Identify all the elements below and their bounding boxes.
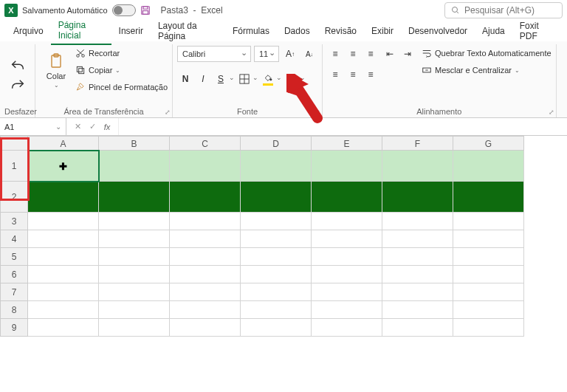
cell[interactable]: ✚ [28, 151, 99, 182]
cell[interactable] [28, 266, 99, 283]
cell[interactable] [382, 182, 453, 213]
search-input[interactable]: Pesquisar (Alt+G) [444, 2, 563, 18]
cell[interactable] [170, 182, 241, 213]
cell[interactable] [99, 283, 170, 301]
cell[interactable] [170, 248, 241, 266]
increase-indent-button[interactable]: ⇥ [399, 46, 416, 62]
dialog-launcher-font[interactable]: ⤢ [315, 109, 320, 116]
cell[interactable] [28, 182, 99, 213]
row-header[interactable]: 4 [0, 230, 28, 248]
cell[interactable] [241, 319, 312, 337]
col-header[interactable]: F [382, 136, 453, 151]
align-bottom-button[interactable]: ≡ [362, 46, 379, 62]
col-header[interactable]: A [28, 136, 99, 151]
cell[interactable] [28, 301, 99, 319]
cell[interactable] [28, 283, 99, 301]
autosave-toggle[interactable] [112, 4, 136, 16]
cell[interactable] [170, 283, 241, 301]
borders-button[interactable] [236, 71, 258, 87]
cell[interactable] [99, 319, 170, 337]
cell[interactable] [312, 151, 382, 182]
row-header[interactable]: 2 [0, 182, 28, 213]
cell[interactable] [382, 151, 453, 182]
cell[interactable] [28, 319, 99, 337]
col-header[interactable]: G [453, 136, 524, 151]
menu-página-inicial[interactable]: Página Inicial [51, 17, 111, 45]
cell[interactable] [453, 182, 524, 213]
cell[interactable] [241, 182, 312, 213]
copy-button[interactable]: Copiar ⌄ [75, 63, 168, 78]
cell[interactable] [241, 301, 312, 319]
cell[interactable] [382, 301, 453, 319]
row-header[interactable]: 7 [0, 283, 28, 301]
redo-icon[interactable] [10, 78, 26, 94]
insert-function-button[interactable]: fx [100, 120, 114, 134]
select-all-corner[interactable] [0, 136, 28, 151]
merge-center-button[interactable]: Mesclar e Centralizar ⌄ [422, 63, 551, 78]
dialog-launcher-alignment[interactable]: ⤢ [549, 109, 554, 116]
name-box[interactable]: A1 [0, 118, 66, 135]
paste-button[interactable]: Colar ⌄ [40, 46, 72, 94]
wrap-text-button[interactable]: Quebrar Texto Automaticamente [422, 46, 551, 61]
cell[interactable] [99, 266, 170, 283]
menu-desenvolvedor[interactable]: Desenvolvedor [401, 23, 475, 39]
cell[interactable] [382, 248, 453, 266]
cell[interactable] [453, 213, 524, 230]
row-header[interactable]: 1 [0, 151, 28, 182]
cell[interactable] [28, 248, 99, 266]
fill-color-button[interactable] [260, 71, 282, 87]
cell[interactable] [170, 319, 241, 337]
cell[interactable] [170, 151, 241, 182]
cell[interactable] [453, 319, 524, 337]
enter-formula-button[interactable]: ✓ [86, 120, 99, 134]
cell[interactable] [170, 301, 241, 319]
cell[interactable] [99, 182, 170, 213]
cell[interactable] [453, 266, 524, 283]
menu-ajuda[interactable]: Ajuda [475, 23, 512, 39]
cell[interactable] [28, 230, 99, 248]
cell[interactable] [382, 213, 453, 230]
cell[interactable] [453, 230, 524, 248]
cell[interactable] [453, 248, 524, 266]
cell[interactable] [99, 151, 170, 182]
cell[interactable] [99, 248, 170, 266]
cell[interactable] [241, 151, 312, 182]
decrease-indent-button[interactable]: ⇤ [382, 46, 398, 62]
cell[interactable] [453, 151, 524, 182]
row-header[interactable]: 6 [0, 266, 28, 283]
cell[interactable] [312, 266, 382, 283]
align-right-button[interactable]: ≡ [362, 66, 379, 83]
menu-foxit-pdf[interactable]: Foxit PDF [512, 18, 561, 44]
menu-inserir[interactable]: Inserir [111, 23, 151, 39]
undo-icon[interactable] [10, 58, 26, 75]
format-painter-button[interactable]: Pincel de Formatação [75, 80, 168, 94]
menu-layout-da-página[interactable]: Layout da Página [151, 18, 225, 44]
cell[interactable] [312, 283, 382, 301]
cell[interactable] [382, 283, 453, 301]
menu-arquivo[interactable]: Arquivo [6, 23, 51, 39]
menu-revisão[interactable]: Revisão [317, 23, 364, 39]
col-header[interactable]: D [241, 136, 312, 151]
increase-font-button[interactable]: A↑ [282, 46, 298, 62]
cell[interactable] [453, 301, 524, 319]
row-header[interactable]: 9 [0, 319, 28, 337]
row-header[interactable]: 3 [0, 213, 28, 230]
menu-dados[interactable]: Dados [277, 23, 317, 39]
col-header[interactable]: C [170, 136, 241, 151]
cell[interactable] [241, 248, 312, 266]
cut-button[interactable]: Recortar [75, 46, 168, 61]
cell[interactable] [382, 319, 453, 337]
cell[interactable] [99, 301, 170, 319]
row-header[interactable]: 8 [0, 301, 28, 319]
font-color-button[interactable]: A [284, 71, 306, 87]
cell[interactable] [241, 283, 312, 301]
row-header[interactable]: 5 [0, 248, 28, 266]
align-top-button[interactable]: ≡ [327, 46, 343, 62]
cell[interactable] [453, 283, 524, 301]
cell[interactable] [170, 266, 241, 283]
font-size-combo[interactable]: 11 [254, 46, 279, 62]
spreadsheet-grid[interactable]: A B C D E F G 1 ✚ 2 3456789 [0, 136, 567, 337]
save-icon[interactable] [140, 5, 151, 16]
cell[interactable] [312, 248, 382, 266]
cell[interactable] [170, 230, 241, 248]
